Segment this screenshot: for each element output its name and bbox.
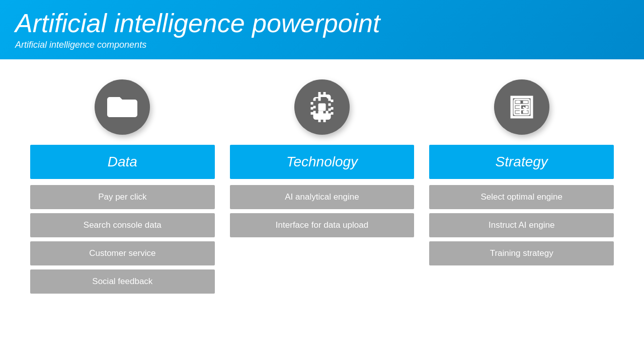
strategy-icon	[507, 92, 537, 122]
main-content: Data Pay per click Search console data C…	[0, 59, 644, 313]
column-data: Data Pay per click Search console data C…	[30, 79, 215, 298]
column-technology: Technology AI analytical engine Interfac…	[230, 79, 415, 298]
page-subtitle: Artificial intelligence components	[15, 40, 629, 50]
folder-icon	[107, 92, 137, 122]
page-title: Artificial intelligence powerpoint	[15, 9, 629, 38]
strategy-icon-circle	[494, 79, 549, 135]
svg-rect-0	[318, 104, 326, 111]
column-strategy: Strategy Select optimal engine Instruct …	[429, 79, 614, 298]
technology-item-2: Interface for data upload	[230, 213, 415, 237]
strategy-item-2: Instruct AI engine	[429, 213, 614, 237]
data-item-4: Social feedback	[30, 269, 215, 294]
technology-icon-circle	[294, 79, 350, 135]
data-category-label: Data	[30, 145, 215, 179]
chip-icon	[307, 92, 337, 122]
technology-item-1: AI analytical engine	[230, 185, 415, 209]
data-item-3: Customer service	[30, 241, 215, 265]
data-item-2: Search console data	[30, 213, 215, 237]
technology-category-label: Technology	[230, 145, 415, 179]
data-item-1: Pay per click	[30, 185, 215, 209]
strategy-item-3: Training strategy	[429, 241, 614, 265]
header: Artificial intelligence powerpoint Artif…	[0, 0, 644, 59]
strategy-category-label: Strategy	[429, 145, 614, 179]
data-icon-circle	[95, 79, 150, 135]
strategy-item-1: Select optimal engine	[429, 185, 614, 209]
